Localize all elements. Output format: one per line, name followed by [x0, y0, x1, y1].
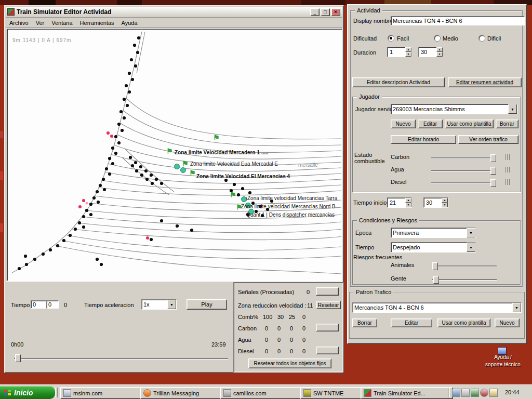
agua-slider-thumb[interactable]	[490, 167, 496, 175]
help-support-icon[interactable]	[498, 347, 507, 355]
tiempo-minutes-field[interactable]: 0	[46, 300, 59, 309]
agua-slider[interactable]	[431, 170, 496, 171]
carbon-slider[interactable]	[431, 157, 496, 159]
chevron-down-icon[interactable]: ▼	[467, 228, 475, 237]
animales-slider[interactable]	[432, 265, 497, 267]
messenger-tray-icon[interactable]	[489, 389, 498, 397]
gente-slider[interactable]	[432, 279, 497, 281]
track-map-view[interactable]: 9m 1143 | 0 A | 697m ⚑ ⚑ ⚑ ⚑ ⚑ ⚑ Zona li…	[7, 29, 342, 281]
patron-editar-button[interactable]: Editar	[391, 318, 432, 327]
menu-ventana[interactable]: Ventana	[48, 19, 76, 27]
taskbar-button-1[interactable]: msinm.com	[60, 387, 143, 399]
taskbar-button-5[interactable]: Train Simulator Ed...	[361, 387, 453, 399]
menu-herramientas[interactable]: Herramientas	[76, 19, 118, 27]
editar-descripcion-button[interactable]: Editar descripcion Actividad	[352, 77, 445, 87]
minimize-button[interactable]: _	[310, 8, 320, 16]
tiempo-clima-dropdown[interactable]: Despejado ▼	[391, 242, 476, 252]
display-nombre-field[interactable]: Mercancias TGN 4 - BCN 6	[391, 16, 525, 25]
patron-trafico-dropdown[interactable]: Mercancias TGN 4 - BCN 6 ▼	[352, 302, 522, 313]
radio-dificil[interactable]	[479, 35, 485, 41]
help-support-label-1[interactable]: Ayuda /	[481, 354, 525, 360]
play-button[interactable]: Play	[187, 299, 227, 310]
tiempo-hours-field[interactable]: 0	[31, 300, 46, 309]
carbon-row-label: Carbon	[238, 325, 257, 331]
diesel-slider[interactable]	[431, 182, 496, 184]
start-button[interactable]: Inicio	[0, 386, 55, 399]
radio-dificil-label[interactable]: Dificil	[487, 35, 501, 42]
spin-down-icon: ▼	[405, 203, 411, 207]
timeline-slider-thumb[interactable]	[15, 354, 21, 362]
carbon-reset-button[interactable]	[316, 324, 339, 331]
patron-plantilla-button[interactable]: Usar como plantilla	[437, 318, 490, 327]
editar-horario-button[interactable]: Editar horario	[391, 135, 456, 144]
radio-medio[interactable]	[434, 35, 440, 41]
siding-flag-icon[interactable]: ⚑	[230, 192, 236, 197]
menu-ayuda[interactable]: Ayuda	[118, 19, 141, 27]
title-bar[interactable]: Train Simulator Editor Actividad _ □ ✕	[6, 7, 342, 18]
carbon-slider-thumb[interactable]	[490, 154, 496, 162]
animales-slider-thumb[interactable]	[432, 262, 438, 270]
desktop-icon-fragment[interactable]	[0, 131, 3, 138]
spin-up-icon: ▲	[436, 47, 443, 52]
taskbar-button-4[interactable]: SW TNTME	[300, 387, 365, 399]
menu-ver[interactable]: Ver	[32, 19, 48, 27]
taskbar-button-2[interactable]: Trillian Messaging	[140, 387, 223, 399]
signals-value: 0	[307, 289, 310, 295]
jugador-nuevo-button[interactable]: Nuevo	[391, 119, 416, 128]
gente-slider-thumb[interactable]	[433, 276, 439, 284]
taskbar-button-3[interactable]: camillos.com	[220, 387, 303, 399]
reset-all-objects-button[interactable]: Resetear todos los objetos fijos	[248, 358, 331, 368]
speed-zone-label: Zona limite Velocidad Mercadero 1 .....	[175, 150, 269, 155]
siding-flag-icon[interactable]: ⚑	[189, 170, 196, 176]
speed-zone-reset-button[interactable]: Resetear	[316, 301, 341, 309]
duracion-hours-spinner[interactable]: 1 ▲▼	[387, 47, 412, 57]
radio-facil-label[interactable]: Facil	[397, 35, 409, 42]
menu-bar: Archivo Ver Ventana Herramientas Ayuda	[6, 18, 342, 28]
close-button[interactable]: ✕	[331, 8, 340, 16]
chevron-down-icon[interactable]: ▼	[467, 243, 475, 252]
chevron-down-icon[interactable]: ▼	[508, 104, 517, 114]
editar-resumen-button[interactable]: Editar resumen actividad	[448, 77, 522, 87]
duracion-minutes-spinner[interactable]: 30 ▲▼	[418, 47, 443, 57]
volume-tray-icon[interactable]	[461, 389, 470, 397]
siding-flag-icon[interactable]: ⚑	[166, 149, 173, 154]
main-window: Train Simulator Editor Actividad _ □ ✕ A…	[4, 5, 344, 373]
jugador-plantilla-button[interactable]: Usar como plantilla	[445, 119, 494, 128]
jugador-servicio-dropdown[interactable]: 269003 Mercancias Shimms ▼	[391, 104, 517, 114]
desktop-icon-fragment[interactable]	[0, 223, 3, 232]
tiempo-inicio-minutes-spinner[interactable]: 30 ▲▼	[423, 197, 448, 208]
diesel-slider-thumb[interactable]	[490, 179, 496, 187]
comb-label: Comb%	[238, 314, 258, 320]
display-tray-icon[interactable]	[452, 389, 460, 397]
siding-flag-icon[interactable]: ⚑	[182, 161, 189, 166]
epoca-dropdown[interactable]: Primavera ▼	[391, 228, 476, 238]
jugador-borrar-button[interactable]: Borrar	[496, 119, 518, 128]
maximize-button[interactable]: □	[321, 8, 330, 16]
accel-dropdown[interactable]: 1x ▼	[141, 299, 177, 310]
timeline-slider[interactable]	[14, 358, 228, 360]
patron-borrar-button[interactable]: Borrar	[352, 318, 377, 327]
clock[interactable]: 20:44	[505, 389, 520, 395]
ver-orden-trafico-button[interactable]: Ver orden trafico	[458, 135, 518, 144]
platform-marker-icon[interactable]	[174, 164, 180, 169]
speed-zone-label: Zona limite velocidad Mercancias Nord B	[241, 204, 336, 209]
signals-reset-button[interactable]	[316, 287, 339, 296]
platform-marker-icon[interactable]	[180, 167, 186, 173]
platform-marker-icon[interactable]	[241, 196, 247, 202]
patron-nuevo-button[interactable]: Nuevo	[495, 318, 520, 327]
network-tray-icon[interactable]	[471, 389, 479, 397]
carbon-value: 0	[265, 325, 268, 331]
menu-archivo[interactable]: Archivo	[6, 19, 32, 27]
antivirus-tray-icon[interactable]	[480, 389, 488, 397]
radio-medio-label[interactable]: Medio	[443, 35, 458, 42]
tiempo-inicio-hours-spinner[interactable]: 21 ▲▼	[387, 197, 412, 208]
siding-flag-icon[interactable]: ⚑	[213, 135, 220, 140]
jugador-editar-button[interactable]: Editar	[418, 119, 443, 128]
help-support-label-2[interactable]: soporte técnico	[481, 362, 525, 367]
diesel-reset-button[interactable]	[316, 347, 339, 354]
chevron-down-icon[interactable]: ▼	[167, 300, 176, 309]
chevron-down-icon[interactable]: ▼	[512, 303, 521, 312]
desktop-icon-fragment[interactable]	[0, 171, 3, 180]
spin-down-icon: ▼	[405, 52, 411, 57]
radio-facil[interactable]	[388, 35, 394, 41]
